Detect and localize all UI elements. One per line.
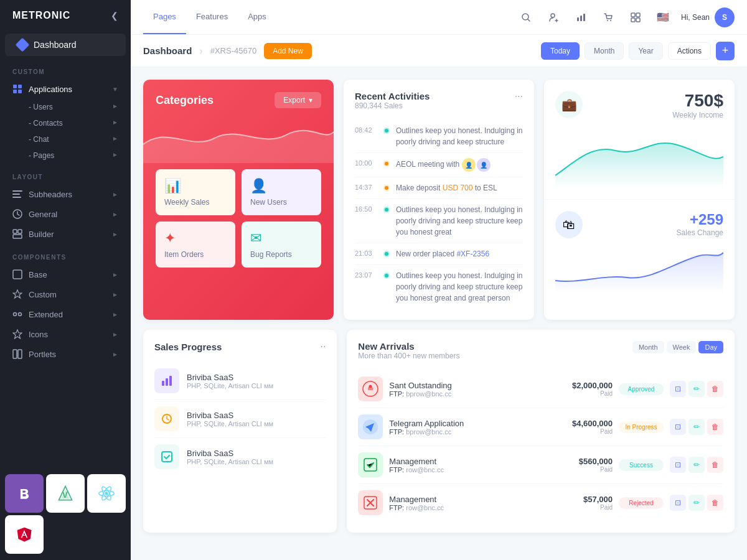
sidebar-logo: METRONIC ❮ [0,0,131,31]
sidebar-item-builder[interactable]: Builder ► [0,224,131,244]
icons-label: Icons [29,330,48,339]
svg-rect-33 [583,14,585,21]
arrival-info-1: Sant Outstanding FTP: bprow@bnc.cc [389,381,550,398]
arrival-paid-4: Paid [557,504,613,511]
chart-icon[interactable] [571,8,590,27]
section-label-custom: CUSTOM [0,58,131,79]
svg-rect-4 [12,190,22,192]
sidebar-item-general[interactable]: General ► [0,204,131,224]
edit-button-3[interactable]: ✏ [688,457,705,473]
progress-item-2: Briviba SaaS PHP, SQLite, Artisan CLI мм [154,400,326,438]
sales-change-section: 🛍 +259 Sales Change [544,200,735,304]
activity-text-6: Outlines keep you honest. Indulging in p… [396,270,523,304]
new-arrivals-card: New Arrivals More than 400+ new members … [347,330,735,533]
dots-menu[interactable]: ··· [515,91,523,102]
wave-chart [143,113,334,163]
arrival-icon-sant [358,376,383,401]
add-button[interactable]: + [716,42,735,60]
month-btn[interactable]: Month [632,341,664,353]
cart-icon[interactable] [599,8,618,27]
delete-button-1[interactable]: 🗑 [707,381,723,397]
svg-rect-10 [13,235,22,238]
delete-button-2[interactable]: 🗑 [707,419,723,435]
category-bug-reports[interactable]: ✉ Bug Reports [242,222,321,268]
svg-rect-44 [162,452,172,462]
progress-icon-2 [154,406,179,431]
arrival-row-2: Telegram Application FTP: bprow@bnc.cc $… [358,408,723,446]
tab-features[interactable]: Features [186,0,238,34]
progress-sub-1: PHP, SQLite, Artisan CLI мм [187,382,326,390]
general-label: General [29,210,57,219]
edit-button-1[interactable]: ✏ [688,381,705,397]
sidebar-item-applications[interactable]: Applications ▼ [0,79,131,99]
arrival-paid-2: Paid [557,428,613,435]
extended-icon [12,309,22,319]
delete-button-4[interactable]: 🗑 [707,495,723,511]
sidebar-dashboard-item[interactable]: Dashboard [5,34,126,56]
svg-text:V: V [62,490,68,500]
svg-rect-16 [18,350,22,358]
arrival-price-4: $57,000 [557,495,613,504]
arrival-amount-1: $2,000,000 Paid [557,381,613,397]
sidebar-subitem-contacts[interactable]: - Contacts► [0,115,131,131]
actions-button[interactable]: Actions [668,42,711,60]
export-button[interactable]: Export ▾ [275,92,321,108]
add-new-button[interactable]: Add New [264,43,312,59]
sidebar-subitem-chat[interactable]: - Chat► [0,131,131,147]
svg-point-12 [14,313,17,316]
activity-dot-2 [383,161,390,167]
user-profile[interactable]: Hi, Sean S [681,7,735,27]
sales-change-amount: +259 [677,211,723,228]
progress-sub-3: PHP, SQLite, Artisan CLI мм [187,458,326,465]
sidebar-item-icons[interactable]: Icons ► [0,324,131,344]
income-chart [555,126,723,188]
bottom-row: Sales Progress ·· Briviba SaaS PHP, SQLi… [143,330,735,533]
sales-dots-menu[interactable]: ·· [320,341,326,352]
period-today-button[interactable]: Today [541,42,580,60]
builder-label: Builder [29,230,54,239]
sidebar-item-portlets[interactable]: Portlets ► [0,344,131,364]
sidebar-item-extended[interactable]: Extended ► [0,304,131,324]
copy-button-2[interactable]: ⊡ [670,419,686,435]
copy-button-4[interactable]: ⊡ [670,495,686,511]
copy-button-3[interactable]: ⊡ [670,457,686,473]
flag-icon[interactable]: 🇺🇸 [654,8,672,27]
sidebar-item-subheaders[interactable]: Subheaders ► [0,184,131,204]
grid-icon[interactable] [626,8,645,27]
status-badge-1: Approved [619,383,664,395]
user-plus-icon[interactable] [544,8,563,27]
category-item-orders[interactable]: ✦ Item Orders [156,222,235,268]
activity-time-2: 10:00 [355,158,377,167]
period-month-button[interactable]: Month [585,42,624,60]
day-btn[interactable]: Day [698,341,723,353]
sidebar-item-base[interactable]: Base ► [0,264,131,284]
progress-item-1: Briviba SaaS PHP, SQLite, Artisan CLI мм [154,362,326,400]
activity-text-3: Make deposit USD 700 to ESL [396,182,523,194]
tab-apps[interactable]: Apps [238,0,276,34]
bug-icon: ✉ [250,230,261,246]
edit-button-2[interactable]: ✏ [688,419,705,435]
search-icon[interactable] [517,8,535,27]
general-icon [12,209,22,219]
activity-text-4: Outlines keep you honest. Indulging in p… [396,204,523,238]
svg-rect-38 [631,18,635,22]
sidebar-collapse-icon[interactable]: ❮ [111,11,118,21]
tab-pages[interactable]: Pages [143,0,186,34]
sales-change-label: Sales Change [677,228,723,237]
category-new-users[interactable]: 👤 New Users [242,169,321,215]
activity-dot-4 [383,207,390,213]
sidebar-subitem-users[interactable]: - Users► [0,99,131,115]
svg-marker-14 [13,330,22,338]
period-year-button[interactable]: Year [629,42,662,60]
edit-button-4[interactable]: ✏ [688,495,705,511]
week-btn[interactable]: Week [667,341,697,353]
chevron-right-portlets: ► [112,351,118,358]
copy-button-1[interactable]: ⊡ [670,381,686,397]
activity-text: Outlines keep you honest. Indulging in p… [396,125,523,147]
sidebar-item-custom[interactable]: Custom ► [0,284,131,304]
tab-pages-label: Pages [153,12,176,21]
category-weekly-sales[interactable]: 📊 Weekly Sales [156,169,235,215]
custom-label: Custom [29,290,57,299]
delete-button-3[interactable]: 🗑 [707,457,723,473]
sidebar-subitem-pages[interactable]: - Pages► [0,147,131,164]
